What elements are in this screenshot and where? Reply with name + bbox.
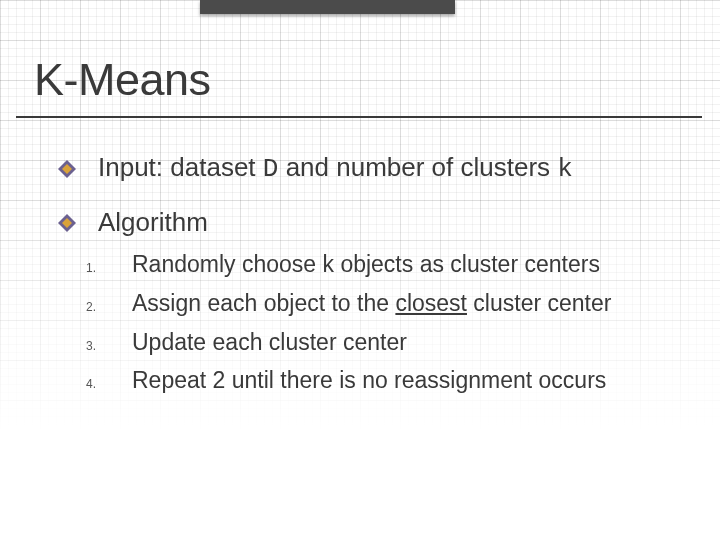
text: and number of clusters bbox=[278, 152, 557, 182]
text: Input: dataset bbox=[98, 152, 263, 182]
text: Assign each object to the bbox=[132, 290, 395, 316]
bullet-item-algorithm: Algorithm bbox=[58, 207, 692, 238]
step-number: 4. bbox=[86, 377, 132, 391]
title-divider bbox=[16, 116, 702, 118]
slide-content: K-Means Input: dataset D and number of c… bbox=[0, 0, 720, 540]
step-number: 2. bbox=[86, 300, 132, 314]
bullet-text: Input: dataset D and number of clusters … bbox=[98, 152, 573, 185]
step-text: Update each cluster center bbox=[132, 328, 407, 357]
algorithm-steps: 1. Randomly choose k objects as cluster … bbox=[86, 250, 692, 405]
step-text: Repeat 2 until there is no reassignment … bbox=[132, 366, 606, 395]
code-D: D bbox=[263, 154, 279, 184]
step-number: 3. bbox=[86, 339, 132, 353]
step-2: 2. Assign each object to the closest clu… bbox=[86, 289, 692, 318]
step-3: 3. Update each cluster center bbox=[86, 328, 692, 357]
diamond-bullet-icon bbox=[58, 160, 76, 178]
diamond-bullet-icon bbox=[58, 214, 76, 232]
page-title: K-Means bbox=[34, 54, 211, 106]
step-number: 1. bbox=[86, 261, 132, 275]
step-text: Assign each object to the closest cluste… bbox=[132, 289, 611, 318]
step-text: Randomly choose k objects as cluster cen… bbox=[132, 250, 600, 279]
code-k: k bbox=[557, 154, 573, 184]
bullet-item-input: Input: dataset D and number of clusters … bbox=[58, 152, 692, 185]
bullet-text: Algorithm bbox=[98, 207, 208, 238]
text: cluster center bbox=[467, 290, 611, 316]
underlined-text: closest bbox=[395, 290, 467, 316]
step-1: 1. Randomly choose k objects as cluster … bbox=[86, 250, 692, 279]
bullet-list: Input: dataset D and number of clusters … bbox=[58, 152, 692, 260]
step-4: 4. Repeat 2 until there is no reassignme… bbox=[86, 366, 692, 395]
